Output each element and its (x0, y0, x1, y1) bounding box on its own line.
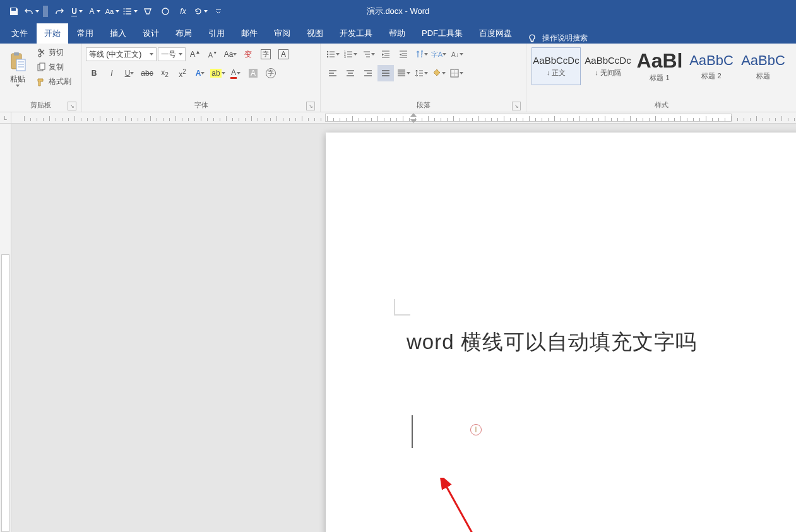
svg-point-19 (327, 51, 328, 52)
copy-label: 复制 (49, 62, 64, 73)
bullets-button[interactable] (324, 46, 341, 62)
qat-refresh-button[interactable] (192, 3, 210, 20)
font-size-combo[interactable]: 一号 (158, 47, 186, 61)
group-clipboard: 粘贴 剪切 复制 格式刷 剪贴板 ↘ (0, 44, 82, 112)
phonetic-guide-button[interactable]: 变 (240, 46, 256, 62)
qat-underline-button[interactable]: U (68, 3, 86, 20)
multilevel-list-button[interactable] (360, 46, 376, 62)
change-case-button[interactable]: Aa (222, 46, 239, 62)
style-item-0[interactable]: AaBbCcDc↓ 正文 (532, 47, 581, 85)
tell-me-search[interactable]: 操作说明搜索 (521, 33, 588, 44)
style-item-1[interactable]: AaBbCcDc↓ 无间隔 (583, 47, 633, 85)
tab-references[interactable]: 引用 (201, 23, 232, 44)
cut-button[interactable]: 剪切 (34, 46, 73, 59)
underline-button[interactable]: U (121, 65, 138, 81)
tab-insert[interactable]: 插入 (102, 23, 134, 44)
group-styles-label: 样式 (655, 100, 668, 110)
tab-review[interactable]: 审阅 (266, 23, 298, 44)
first-line-indent-marker[interactable] (410, 113, 417, 117)
paste-button[interactable]: 粘贴 (4, 46, 32, 93)
italic-button[interactable]: I (104, 65, 120, 81)
char-border-button[interactable]: 字 (258, 46, 274, 62)
qat-change-case-button[interactable]: Aa (104, 3, 121, 20)
tab-common[interactable]: 常用 (69, 23, 101, 44)
strikethrough-button[interactable]: abc (139, 65, 155, 81)
styles-gallery[interactable]: AaBbCcDc↓ 正文AaBbCcDc↓ 无间隔AaBl标题 1AaBbC标题… (530, 46, 792, 98)
style-item-2[interactable]: AaBl标题 1 (635, 47, 684, 85)
font-launcher[interactable]: ↘ (306, 102, 315, 110)
tab-file[interactable]: 文件 (4, 23, 35, 44)
undo-button[interactable] (23, 3, 40, 20)
group-clipboard-label: 剪贴板 (30, 100, 51, 110)
clipboard-launcher[interactable]: ↘ (68, 102, 76, 110)
style-item-3[interactable]: AaBbC标题 2 (687, 47, 736, 85)
paragraph-launcher[interactable]: ↘ (512, 102, 521, 110)
distribute-button[interactable] (395, 65, 412, 81)
save-button[interactable] (5, 3, 23, 20)
svg-point-6 (162, 8, 169, 15)
bold-button[interactable]: B (86, 65, 102, 81)
subscript-button[interactable]: x2 (157, 65, 173, 81)
borders-button[interactable] (448, 65, 465, 81)
tab-view[interactable]: 视图 (299, 23, 331, 44)
text-effects-button[interactable]: A (192, 65, 208, 81)
group-styles: AaBbCcDc↓ 正文AaBbCcDc↓ 无间隔AaBl标题 1AaBbC标题… (526, 44, 796, 112)
tab-mailings[interactable]: 邮件 (234, 23, 265, 44)
tab-design[interactable]: 设计 (135, 23, 167, 44)
char-shading-button[interactable]: A (245, 65, 261, 81)
redo-button[interactable] (50, 3, 68, 20)
align-center-button[interactable] (342, 65, 359, 81)
shrink-font-button[interactable]: A▼ (205, 46, 221, 62)
clipboard-paste-icon (9, 52, 27, 72)
qat-formula-button[interactable]: fx (174, 3, 192, 20)
style-name-label: ↓ 正文 (547, 68, 566, 78)
copy-button[interactable]: 复制 (34, 61, 73, 74)
tab-developer[interactable]: 开发工具 (332, 23, 380, 44)
sort-button[interactable] (413, 46, 429, 62)
grow-font-button[interactable]: A▲ (187, 46, 203, 62)
tab-help[interactable]: 帮助 (381, 23, 413, 44)
tab-pdf-tools[interactable]: PDF工具集 (414, 23, 470, 44)
svg-rect-10 (16, 59, 25, 71)
qat-shape-circle-button[interactable] (157, 3, 174, 20)
svg-point-3 (124, 8, 125, 9)
svg-point-20 (327, 54, 328, 55)
style-item-4[interactable]: AaBbC标题 (739, 47, 788, 85)
tab-baidu-netdisk[interactable]: 百度网盘 (472, 23, 520, 44)
document-area: L word 横线可以自动填充文字吗 I (0, 112, 796, 532)
increase-indent-button[interactable] (395, 46, 412, 62)
qat-format-button[interactable] (139, 3, 157, 20)
svg-point-4 (124, 11, 125, 12)
font-name-combo[interactable]: 等线 (中文正文) (86, 47, 157, 61)
numbering-button[interactable]: 123 (342, 46, 359, 62)
justify-button[interactable] (377, 65, 394, 81)
quick-access-toolbar: U A Aa fx (0, 3, 227, 20)
document-heading-text[interactable]: word 横线可以自动填充文字吗 (407, 328, 697, 357)
cut-label: 剪切 (49, 47, 64, 58)
line-spacing-button[interactable] (413, 65, 429, 81)
clear-format-button[interactable]: A (275, 46, 292, 62)
decrease-indent-button[interactable] (377, 46, 394, 62)
align-right-button[interactable] (360, 65, 376, 81)
horizontal-ruler[interactable] (11, 112, 796, 124)
format-painter-button[interactable]: 格式刷 (34, 75, 73, 88)
qat-customize-button[interactable] (210, 3, 227, 20)
superscript-button[interactable]: x2 (174, 65, 191, 81)
tab-home[interactable]: 开始 (37, 23, 68, 44)
qat-font-color-button[interactable]: A (86, 3, 104, 20)
combine-chars-button[interactable]: 字A (431, 46, 447, 62)
align-left-button[interactable] (324, 65, 341, 81)
qat-list-button[interactable] (121, 3, 139, 20)
font-color-button[interactable]: A (227, 65, 244, 81)
font-name-value: 等线 (中文正文) (89, 49, 141, 60)
svg-rect-15 (40, 63, 45, 69)
tab-layout[interactable]: 布局 (168, 23, 199, 44)
show-marks-button[interactable]: A↓ (448, 46, 465, 62)
shading-button[interactable] (431, 65, 447, 81)
copy-icon (36, 62, 46, 73)
svg-point-5 (124, 13, 125, 15)
highlight-button[interactable]: ab (210, 65, 226, 81)
vertical-ruler[interactable] (0, 124, 11, 532)
enclose-char-button[interactable]: 字 (263, 65, 279, 81)
svg-rect-9 (14, 52, 19, 56)
